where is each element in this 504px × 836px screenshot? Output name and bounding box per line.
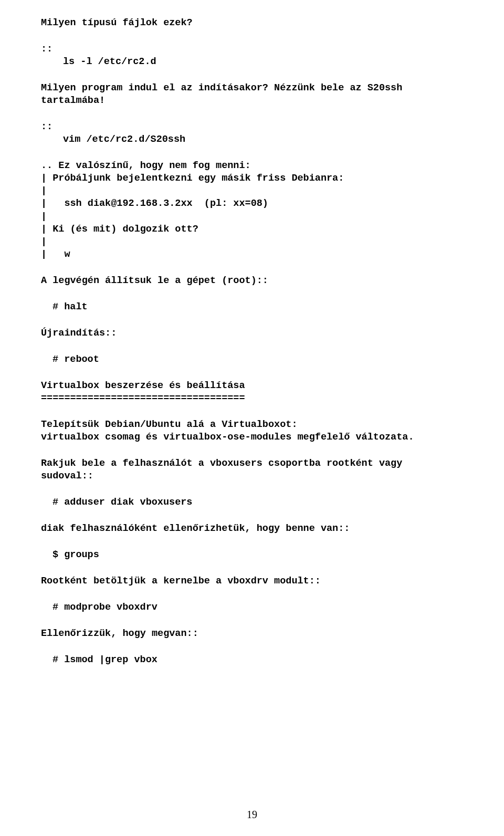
section-heading: Virtualbox beszerzése és beállítása — [41, 380, 458, 392]
prose-line: Rakjuk bele a felhasználót a vboxusers c… — [41, 457, 458, 483]
prose-line: Milyen program indul el az indításakor? … — [41, 82, 458, 107]
code-line: # modprobe vboxdrv — [41, 601, 458, 614]
prose-line: Rootként betöltjük a kernelbe a vboxdrv … — [41, 575, 458, 588]
page-number: 19 — [0, 808, 504, 821]
prose-line: | Ki (és mit) dolgozik ott? — [41, 223, 458, 236]
code-line: # adduser diak vboxusers — [41, 496, 458, 509]
code-line: ls -l /etc/rc2.d — [41, 56, 458, 68]
code-line: # lsmod |grep vbox — [41, 654, 458, 666]
document-page: Milyen típusú fájlok ezek? :: ls -l /etc… — [0, 0, 504, 836]
code-line: vim /etc/rc2.d/S20ssh — [41, 133, 458, 146]
prose-line: A legvégén állítsuk le a gépet (root):: — [41, 275, 458, 287]
prose-line: | — [41, 185, 458, 197]
prose-line: Milyen típusú fájlok ezek? — [41, 17, 458, 29]
prose-line: virtualbox csomag és virtualbox-ose-modu… — [41, 431, 458, 444]
prose-line: Újraindítás:: — [41, 327, 458, 340]
prose-line: .. Ez valószínű, hogy nem fog menni: — [41, 160, 458, 172]
code-line: $ groups — [41, 549, 458, 561]
prose-line: | — [41, 211, 458, 223]
section-underline: =================================== — [41, 392, 458, 405]
prose-line: Ellenőrizzük, hogy megvan:: — [41, 628, 458, 640]
prose-line: Telepítsük Debian/Ubuntu alá a Virtualbo… — [41, 419, 458, 431]
prose-line: | Próbáljunk bejelentkezni egy másik fri… — [41, 172, 458, 185]
prose-line: | w — [41, 248, 458, 261]
code-line: # halt — [41, 301, 458, 314]
prose-line: :: — [41, 121, 458, 133]
prose-line: diak felhasználóként ellenőrizhetük, hog… — [41, 522, 458, 535]
prose-line: | — [41, 236, 458, 248]
code-line: # reboot — [41, 353, 458, 366]
prose-line: | ssh diak@192.168.3.2xx (pl: xx=08) — [41, 197, 458, 210]
prose-line: :: — [41, 43, 458, 56]
